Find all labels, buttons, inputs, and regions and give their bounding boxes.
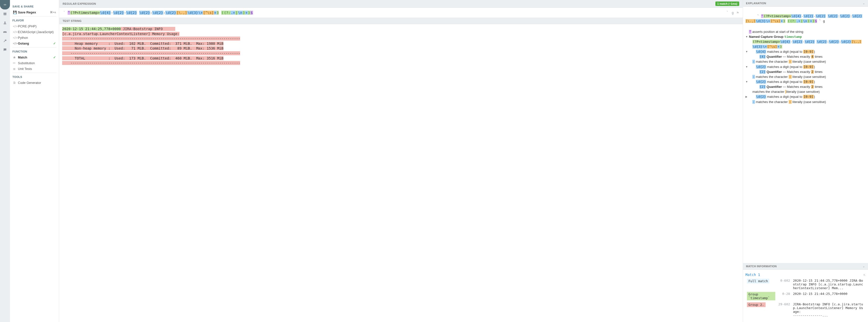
match-table: Full match0-6022020-12-15 21:44:25,778+0…	[745, 278, 866, 318]
flavor-python[interactable]: </>Python	[12, 35, 56, 40]
export-icon[interactable]: ⇱	[864, 273, 866, 277]
save-regex-button[interactable]: 💾 Save Regex ⌘+s	[12, 9, 56, 15]
test-string-header: TEST STRING	[59, 18, 743, 24]
flavor-golang[interactable]: </>Golang✓	[12, 40, 56, 46]
nav-gamepad-icon[interactable]	[0, 27, 10, 36]
function-heading: FUNCTION	[12, 50, 56, 53]
regex-title: REGULAR EXPRESSION	[63, 2, 96, 5]
match-value: JIRA-Bootstrap INFO [c.a.jira.startup.La…	[792, 301, 866, 318]
test-line: Non-heap memory : Used: 71 MiB. Committe…	[62, 46, 740, 51]
regex-input[interactable]: ^(?P<timestamp>\d{4}-\d{2}-\d{2} \d{2}:\…	[67, 10, 725, 16]
explanation-node: - matches the character - literally (cas…	[745, 75, 866, 79]
explanation-regex-header: ` ^(?P<timestamp>\d{4}-\d{2}-\d{2} \d{2}…	[745, 9, 866, 29]
regex-delim-right: `	[725, 10, 730, 15]
nav-chat-icon[interactable]	[0, 45, 10, 54]
toggle-icon[interactable]: ▶	[745, 95, 747, 99]
explanation-tree: ^ asserts position at start of the strin…	[745, 29, 866, 105]
match-row: Group `timestamp`0-282020-12-15 21:44:25…	[745, 291, 866, 301]
group-label: Group 2.	[747, 302, 766, 307]
nav-user-icon[interactable]	[0, 19, 10, 27]
match-range: 0-28	[777, 291, 792, 301]
chevron-down-icon[interactable]: ⌄	[863, 265, 865, 268]
tools-heading: TOOLS	[12, 76, 56, 78]
star-icon: ★	[13, 56, 18, 59]
scissors-icon: ✂	[13, 61, 18, 65]
flag-icon[interactable]: ⚑	[735, 11, 740, 15]
explanation-node: matches the character literally (case se…	[745, 89, 866, 94]
save-regex-label: Save Regex	[18, 10, 36, 14]
test-line: ----------------------------------------…	[62, 36, 740, 41]
sidebar: SAVE & SHARE 💾 Save Regex ⌘+s FLAVOR </>…	[10, 0, 59, 322]
match-row: Full match0-6022020-12-15 21:44:25,778+0…	[745, 278, 866, 291]
explanation-header[interactable]: EXPLANATION ⌄	[743, 0, 868, 7]
nav-code-icon[interactable]	[0, 0, 10, 9]
function-match[interactable]: ★Match✓	[12, 55, 56, 60]
explanation-node: {4} Quantifier — Matches exactly 4 times	[745, 54, 866, 59]
check-icon: ✓	[53, 41, 56, 45]
nav-wrench-icon[interactable]	[0, 36, 10, 45]
explanation-node: - matches the character - literally (cas…	[745, 59, 866, 64]
explanation-node: {2} Quantifier — Matches exactly 2 times	[745, 84, 866, 89]
test-line: 2020-12-15 21:44:25,778+0000 JIRA-Bootst…	[62, 27, 740, 32]
explanation-node: ▶\d{2} matches a digit (equal to [0-9])	[745, 94, 866, 99]
match-value: 2020-12-15 21:44:25,778+0000 JIRA-Bootst…	[792, 278, 866, 291]
save-share-heading: SAVE & SHARE	[12, 5, 56, 8]
regex-header: REGULAR EXPRESSION 1 match (~1ms)	[59, 0, 743, 8]
code-icon: </>	[13, 24, 18, 28]
ncg-tokens: (?P<timestamp>\d{4}-\d{2}-\d{2} \d{2}:\d…	[745, 39, 866, 49]
regex-input-row[interactable]: ` ^(?P<timestamp>\d{4}-\d{2}-\d{2} \d{2}…	[59, 8, 743, 18]
explanation-node: · matches the character · literally (cas…	[745, 99, 866, 105]
test-line: [c.a.jira.startup.LauncherContextListene…	[62, 32, 740, 36]
explanation-title: EXPLANATION	[746, 2, 766, 5]
code-icon: </>	[13, 30, 18, 34]
function-unit-tests[interactable]: ≣Unit Tests	[12, 66, 56, 72]
code-icon: </>	[13, 36, 18, 39]
save-icon: 💾	[13, 10, 18, 14]
tool-code-generator[interactable]: 🗎Code Generator	[12, 80, 56, 86]
match-range: 0-602	[777, 278, 792, 291]
toggle-icon[interactable]: ▼	[745, 35, 748, 39]
match-info-title: MATCH INFORMATION	[746, 265, 777, 268]
file-icon: 🗎	[13, 81, 18, 85]
group-label: Full match	[747, 279, 769, 284]
regex-flags[interactable]: g	[730, 11, 735, 15]
center-panel: REGULAR EXPRESSION 1 match (~1ms) ` ^(?P…	[59, 0, 743, 322]
nav-book-icon[interactable]	[0, 9, 10, 19]
explanation-node: ▼\d{2} matches a digit (equal to [0-9])	[745, 64, 866, 69]
explanation-node: ▼\d{2} matches a digit (equal to [0-9])	[745, 79, 866, 84]
chevron-down-icon[interactable]: ⌄	[863, 1, 865, 5]
right-panel: EXPLANATION ⌄ ` ^(?P<timestamp>\d{4}-\d{…	[743, 0, 868, 322]
group-label: Group `timestamp`	[747, 292, 775, 300]
toggle-icon[interactable]: ▼	[745, 80, 748, 84]
test-line: ----------------------------------------…	[62, 61, 740, 66]
test-string-title: TEST STRING	[63, 20, 82, 22]
flavor-pcre-php-[interactable]: </>PCRE (PHP)	[12, 23, 56, 29]
test-line: Heap memory : Used: 102 MiB. Committed: …	[62, 41, 740, 46]
ncg-label: Named Capture Group	[749, 35, 783, 38]
test-line: ----------------------------------------…	[62, 51, 740, 56]
function-substitution[interactable]: ✂Substitution	[12, 60, 56, 66]
match-info-body: Match 1 ⇱ Full match0-6022020-12-15 21:4…	[743, 270, 868, 322]
save-kbd: ⌘+s	[50, 11, 56, 14]
match-value: 2020-12-15 21:44:25,778+0000	[792, 291, 866, 301]
match-range: 29-602	[777, 301, 792, 318]
regex-delim-left: `	[62, 10, 67, 15]
explanation-body: ` ^(?P<timestamp>\d{4}-\d{2}-\d{2} \d{2}…	[743, 7, 868, 263]
toggle-icon[interactable]: ▼	[745, 50, 748, 54]
list-icon: ≣	[13, 67, 18, 71]
toggle-icon[interactable]: ▼	[745, 65, 748, 69]
icon-bar	[0, 0, 10, 322]
flavor-ecmascript-javascript-[interactable]: </>ECMAScript (JavaScript)	[12, 29, 56, 35]
match-row: Group 2.29-602JIRA-Bootstrap INFO [c.a.j…	[745, 301, 866, 318]
test-string-input[interactable]: 2020-12-15 21:44:25,778+0000 JIRA-Bootst…	[59, 24, 743, 322]
code-icon: </>	[13, 41, 18, 45]
match-info-header[interactable]: MATCH INFORMATION ⌄	[743, 263, 868, 270]
test-line: TOTAL : Used: 173 MiB. Committed: 460 Mi…	[62, 56, 740, 61]
match-1-title[interactable]: Match 1 ⇱	[745, 272, 866, 278]
caret-token: ^	[749, 30, 751, 34]
match-count-badge: 1 match (~1ms)	[715, 1, 739, 6]
check-icon: ✓	[53, 56, 56, 59]
flavor-heading: FLAVOR	[12, 19, 56, 22]
explanation-node: {2} Quantifier — Matches exactly 2 times	[745, 69, 866, 75]
explanation-node: ▼\d{4} matches a digit (equal to [0-9])	[745, 49, 866, 54]
